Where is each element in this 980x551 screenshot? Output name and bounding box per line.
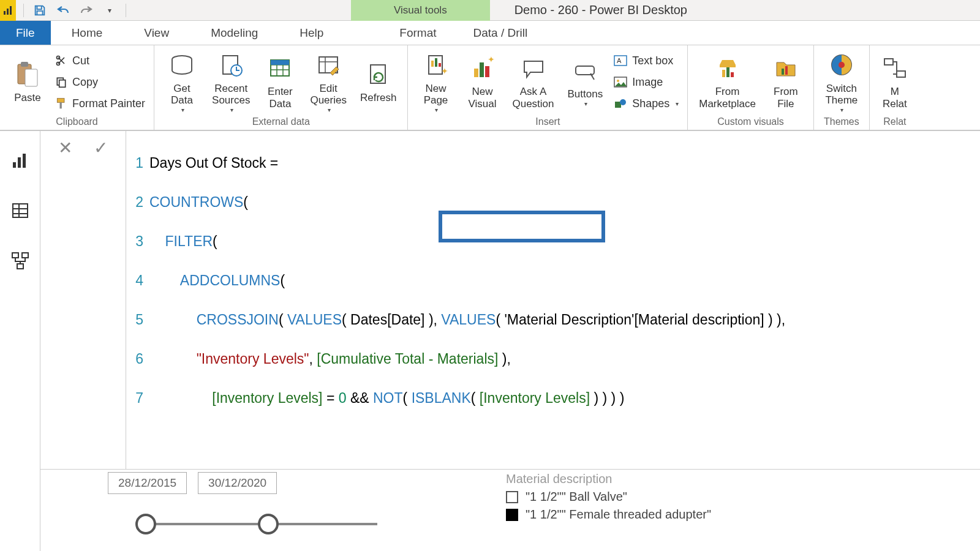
- group-relations-label: Relat: [870, 116, 920, 130]
- svg-rect-38: [782, 69, 784, 75]
- tab-help[interactable]: Help: [279, 21, 344, 45]
- refresh-label: Refresh: [360, 92, 397, 104]
- format-painter-button[interactable]: Format Painter: [53, 96, 148, 111]
- tab-file[interactable]: File: [0, 21, 51, 45]
- formula-editor[interactable]: 1Days Out Of Stock = 2COUNTROWS( 3 FILTE…: [126, 131, 980, 469]
- formula-cancel-icon[interactable]: ✕: [55, 137, 76, 158]
- shapes-button[interactable]: Shapes: [611, 96, 681, 111]
- formula-bar: ✕ ✓ 1Days Out Of Stock = 2COUNTROWS( 3 F…: [40, 131, 980, 470]
- from-marketplace-label: From Marketplace: [699, 86, 756, 110]
- slicers-area: 28/12/2015 30/12/2020 Material descripti…: [40, 470, 980, 549]
- formula-commit-icon[interactable]: ✓: [91, 137, 111, 158]
- svg-rect-36: [726, 67, 729, 77]
- tab-modeling[interactable]: Modeling: [190, 21, 279, 45]
- switch-theme-button[interactable]: Switch Theme: [820, 50, 863, 115]
- window-title: Demo - 260 - Power BI Desktop: [490, 3, 712, 17]
- format-painter-label: Format Painter: [72, 97, 145, 110]
- buttons-icon: [571, 56, 599, 84]
- from-file-button[interactable]: From File: [764, 53, 807, 111]
- slider-handle-right[interactable]: [258, 514, 279, 534]
- buttons-button[interactable]: Buttons: [563, 55, 608, 108]
- qat-customize-icon[interactable]: ▾: [102, 3, 117, 18]
- copy-button[interactable]: Copy: [53, 75, 148, 90]
- paste-icon: [13, 60, 42, 88]
- get-data-button[interactable]: Get Data: [160, 50, 203, 115]
- buttons-label: Buttons: [568, 88, 603, 100]
- date-from-input[interactable]: 28/12/2015: [108, 472, 187, 494]
- svg-rect-49: [22, 253, 28, 258]
- nav-rail: [0, 131, 40, 551]
- tab-home[interactable]: Home: [51, 21, 124, 45]
- copy-icon: [55, 76, 67, 88]
- recent-sources-label: Recent Sources: [212, 83, 250, 107]
- svg-text:A: A: [617, 57, 622, 64]
- contextual-tab-visual-tools: Visual tools: [351, 0, 490, 21]
- save-icon[interactable]: [32, 3, 47, 18]
- svg-text:✦: ✦: [488, 55, 495, 64]
- get-data-label: Get Data: [171, 83, 193, 107]
- slider-handle-left[interactable]: [135, 514, 156, 534]
- svg-rect-24: [474, 69, 478, 77]
- group-insert: ✦ New Page ✦ New Visual Ask A Question B…: [408, 45, 688, 130]
- edit-queries-button[interactable]: Edit Queries: [305, 50, 352, 115]
- svg-rect-28: [576, 66, 594, 75]
- workspace: ✕ ✓ 1Days Out Of Stock = 2COUNTROWS( 3 F…: [0, 131, 980, 551]
- text-box-button[interactable]: A Text box: [611, 53, 681, 69]
- cut-icon: [55, 54, 67, 67]
- nav-data-icon[interactable]: [9, 200, 31, 222]
- svg-rect-45: [18, 157, 21, 168]
- svg-rect-44: [13, 162, 16, 168]
- svg-rect-50: [17, 264, 23, 269]
- svg-rect-5: [25, 69, 37, 86]
- paste-button[interactable]: Paste: [6, 59, 49, 105]
- legend-item[interactable]: "1 1/2"" Female threaded adupter": [506, 508, 711, 522]
- image-button[interactable]: Image: [611, 75, 681, 90]
- group-external-data: Get Data Recent Sources Enter Data Edit …: [154, 45, 408, 130]
- relations-icon: [881, 54, 909, 82]
- group-insert-label: Insert: [408, 116, 687, 130]
- new-visual-button[interactable]: ✦ New Visual: [461, 53, 503, 111]
- svg-rect-1: [7, 9, 9, 15]
- svg-rect-26: [485, 66, 489, 77]
- recent-sources-icon: [217, 51, 245, 79]
- cut-label: Cut: [72, 54, 89, 67]
- svg-rect-42: [884, 59, 893, 65]
- switch-theme-icon: [827, 51, 856, 79]
- from-marketplace-button[interactable]: From Marketplace: [694, 53, 761, 111]
- refresh-button[interactable]: Refresh: [355, 59, 402, 105]
- from-file-icon: [772, 54, 800, 82]
- cut-button[interactable]: Cut: [53, 53, 148, 69]
- ask-question-button[interactable]: Ask A Question: [507, 53, 559, 111]
- svg-text:✦: ✦: [441, 66, 448, 76]
- edit-queries-icon: [314, 51, 342, 79]
- text-box-label: Text box: [632, 54, 673, 67]
- enter-data-button[interactable]: Enter Data: [258, 53, 301, 111]
- get-data-icon: [168, 51, 196, 79]
- svg-rect-48: [12, 253, 18, 258]
- legend-item[interactable]: "1 1/2"" Ball Valve": [506, 490, 711, 504]
- nav-report-icon[interactable]: [9, 149, 31, 171]
- tab-format[interactable]: Format: [381, 21, 454, 45]
- shapes-icon: [614, 98, 627, 109]
- titlebar: ▾ Visual tools Demo - 260 - Power BI Des…: [0, 0, 980, 21]
- undo-icon[interactable]: [56, 3, 70, 18]
- tab-data-drill[interactable]: Data / Drill: [455, 21, 546, 45]
- manage-relations-button[interactable]: M Relat: [876, 53, 914, 111]
- legend-swatch: [506, 491, 518, 503]
- nav-model-icon[interactable]: [9, 250, 31, 272]
- new-page-button[interactable]: ✦ New Page: [414, 50, 457, 115]
- tab-view[interactable]: View: [123, 21, 190, 45]
- redo-icon[interactable]: [79, 3, 94, 18]
- marketplace-icon: [714, 54, 742, 82]
- ribbon: Paste Cut Copy Format Painter Clipboard: [0, 45, 980, 131]
- svg-rect-37: [731, 72, 734, 77]
- new-page-icon: ✦: [421, 51, 450, 79]
- legend-title: Material description: [506, 472, 711, 486]
- date-range-slider[interactable]: [126, 512, 396, 537]
- svg-rect-16: [271, 60, 289, 65]
- date-to-input[interactable]: 30/12/2020: [198, 472, 277, 494]
- shapes-label: Shapes: [632, 97, 669, 110]
- group-custom-label: Custom visuals: [688, 116, 813, 130]
- recent-sources-button[interactable]: Recent Sources: [207, 50, 255, 115]
- enter-data-icon: [266, 54, 294, 82]
